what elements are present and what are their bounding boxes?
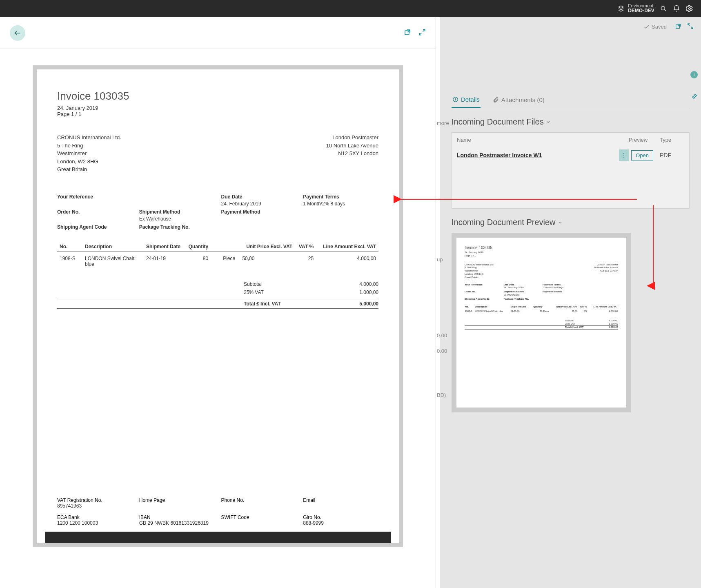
invoice-page-number: Page 1 / 1 [57,111,378,117]
svg-point-0 [661,6,665,10]
pop-out-icon[interactable] [404,29,411,37]
col-shipment-date: Shipment Date [144,242,186,252]
sender-block: CRONUS International Ltd. 5 The Ring Wes… [57,134,121,174]
app-header: Environment: DEMO-DEV [0,0,701,17]
invoice-meta: Your Reference Due Date24. February 2019… [57,194,378,230]
environment-name: DEMO-DEV [628,8,654,13]
col-line-amount: Line Amount Excl. VAT [316,242,378,252]
environment-icon [617,5,625,12]
search-icon[interactable] [657,2,670,15]
invoice-document: Invoice 103035 24. January 2019 Page 1 /… [33,65,403,547]
invoice-lines-table: No. Description Shipment Date Quantity U… [57,242,378,268]
environment-indicator: Environment: DEMO-DEV [617,3,654,13]
invoice-totals: Subtotal4.000,00 25% VAT1.000,00 Total £… [57,280,378,309]
col-unit-price: Unit Price Excl. VAT [240,242,295,252]
expand-icon[interactable] [418,29,426,37]
ghost-text: 0.00 [437,332,447,339]
info-badge-icon[interactable]: i [690,71,698,78]
ghost-text: more [437,120,449,126]
ghost-text: BD) [437,392,446,398]
svg-line-1 [664,9,666,11]
svg-line-14 [419,33,421,35]
factbox-pane: i Saved Details Attachments (0) [440,17,701,588]
col-no: No. [57,242,82,252]
document-thumbnail[interactable]: Invoice 103035 24. January 2019 Page 1 /… [452,233,631,412]
svg-point-2 [689,8,691,10]
pin-icon[interactable] [691,93,698,101]
footer-bar [45,532,391,543]
table-row: 1908-S LONDON Swivel Chair, blue 24-01-1… [57,251,378,268]
settings-icon[interactable] [683,2,696,15]
document-preview-modal: Invoice 103035 24. January 2019 Page 1 /… [0,17,436,588]
invoice-date: 24. January 2019 [57,105,378,111]
col-vat-pct: VAT % [295,242,316,252]
col-uom [211,242,240,252]
col-description: Description [82,242,144,252]
ghost-text: up [437,256,443,263]
invoice-footer: VAT Registration No.895741963 Home Page … [57,497,378,537]
invoice-title: Invoice 103035 [57,90,378,102]
back-button[interactable] [10,25,25,41]
svg-line-13 [423,29,425,31]
notifications-icon[interactable] [670,2,683,15]
arrow-left-icon [13,29,22,37]
col-quantity: Quantity [186,242,211,252]
preview-scroll-area[interactable]: Invoice 103035 24. January 2019 Page 1 /… [0,49,436,588]
recipient-block: London Postmaster 10 North Lake Avenue N… [326,134,378,174]
ghost-text: 0.00 [437,348,447,354]
